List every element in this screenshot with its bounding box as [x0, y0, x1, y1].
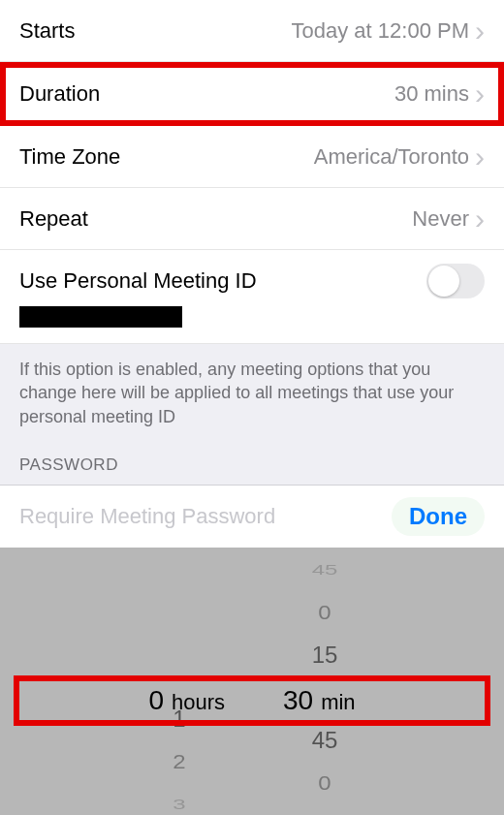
- min-label: min: [321, 690, 355, 715]
- timezone-row[interactable]: Time Zone America/Toronto ›: [0, 126, 504, 188]
- starts-label: Starts: [19, 18, 75, 44]
- selected-minutes: 30 min: [283, 685, 356, 716]
- chevron-right-icon: ›: [475, 79, 485, 109]
- repeat-row[interactable]: Repeat Never ›: [0, 188, 504, 250]
- require-password-row: Require Meeting Password Done: [0, 485, 504, 548]
- done-button[interactable]: Done: [392, 497, 485, 536]
- pmi-toggle[interactable]: [426, 264, 485, 298]
- chevron-right-icon: ›: [475, 204, 485, 234]
- picker-item: 0: [252, 594, 397, 630]
- picker-selection: 0 hours 30 min: [14, 675, 490, 726]
- picker-item: 15: [252, 634, 397, 676]
- repeat-label: Repeat: [19, 206, 88, 232]
- starts-row[interactable]: Starts Today at 12:00 PM ›: [0, 0, 504, 62]
- picker-item: 0: [252, 765, 397, 800]
- pmi-label: Use Personal Meeting ID: [19, 268, 257, 294]
- picker-item: 45: [252, 557, 397, 582]
- picker-item: 2: [107, 743, 252, 779]
- chevron-right-icon: ›: [475, 16, 485, 46]
- password-section-header: PASSWORD: [19, 455, 485, 475]
- pmi-footer: If this option is enabled, any meeting o…: [0, 344, 504, 485]
- repeat-value: Never ›: [412, 204, 485, 234]
- duration-value: 30 mins ›: [394, 79, 485, 109]
- duration-picker[interactable]: 0 1 2 3 45 0 15 30 45 0 15 0 hours: [0, 548, 504, 815]
- selected-hours: 0 hours: [148, 685, 225, 716]
- require-password-label: Require Meeting Password: [19, 504, 275, 529]
- pmi-note: If this option is enabled, any meeting o…: [19, 358, 485, 428]
- timezone-label: Time Zone: [19, 144, 120, 170]
- chevron-right-icon: ›: [475, 142, 485, 172]
- personal-meeting-id-row: Use Personal Meeting ID: [0, 250, 504, 344]
- duration-label: Duration: [19, 81, 100, 107]
- duration-row[interactable]: Duration 30 mins ›: [0, 62, 504, 126]
- starts-value: Today at 12:00 PM ›: [292, 16, 485, 46]
- toggle-knob: [428, 266, 459, 297]
- timezone-value: America/Toronto ›: [314, 142, 485, 172]
- picker-item: 3: [107, 792, 252, 815]
- pmi-id-redacted: [19, 306, 182, 328]
- hours-label: hours: [172, 690, 225, 715]
